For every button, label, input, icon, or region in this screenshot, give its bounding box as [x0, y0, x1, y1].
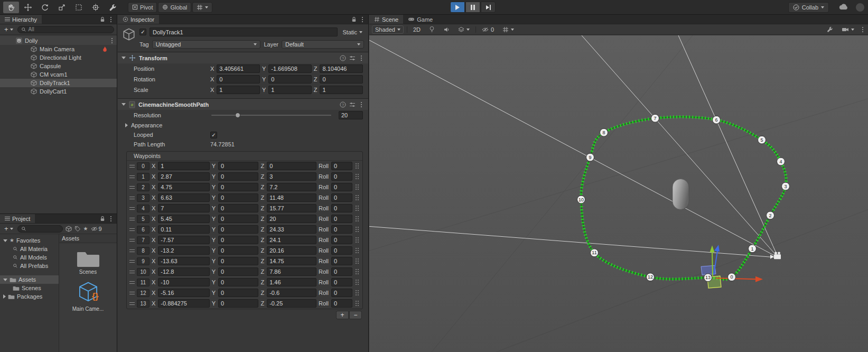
- resolution-slider[interactable]: [211, 115, 331, 116]
- effects-dropdown[interactable]: [455, 25, 472, 34]
- foldout-open-icon[interactable]: [122, 57, 126, 59]
- custom-tool-button[interactable]: [105, 2, 120, 13]
- waypoint-options-icon[interactable]: [354, 279, 360, 285]
- waypoint-options-icon[interactable]: [354, 205, 360, 211]
- waypoint-y-field[interactable]: 0: [218, 289, 258, 297]
- waypoint-z-field[interactable]: 20.16: [267, 246, 316, 255]
- slider-thumb[interactable]: [235, 113, 240, 118]
- lock-icon[interactable]: [100, 16, 105, 23]
- waypoint-y-field[interactable]: 0: [218, 267, 258, 276]
- waypoint-row[interactable]: 10 X -12.8 Y 0 Z 7.86 Roll 0: [127, 266, 362, 277]
- waypoint-options-icon[interactable]: [354, 216, 360, 222]
- waypoint-z-field[interactable]: 7.86: [267, 267, 316, 276]
- rotate-tool-button[interactable]: [37, 2, 53, 13]
- object-name-field[interactable]: DollyTrack1: [150, 27, 338, 36]
- move-tool-button[interactable]: [20, 2, 36, 13]
- waypoint-roll-field[interactable]: 0: [331, 193, 352, 202]
- remove-waypoint-button[interactable]: −: [349, 311, 362, 319]
- scale-z-field[interactable]: 1: [320, 86, 363, 94]
- waypoint-y-field[interactable]: 0: [218, 172, 258, 181]
- waypoint-x-field[interactable]: -7.57: [158, 236, 209, 244]
- drag-handle-icon[interactable]: [129, 271, 135, 273]
- waypoint-z-field[interactable]: 7.2: [267, 183, 316, 191]
- lock-icon[interactable]: [100, 216, 105, 222]
- waypoint-roll-field[interactable]: 0: [331, 246, 352, 255]
- scale-x-field[interactable]: 1: [217, 86, 260, 94]
- waypoint-row[interactable]: 3 X 6.63 Y 0 Z 11.48 Roll 0: [127, 192, 362, 203]
- assets-root[interactable]: Assets: [0, 275, 59, 284]
- waypoint-x-field[interactable]: -13.63: [158, 257, 209, 265]
- lighting-toggle-button[interactable]: [426, 25, 437, 34]
- waypoint-row[interactable]: 12 X -5.16 Y 0 Z -0.6 Roll 0: [127, 288, 362, 298]
- waypoint-roll-field[interactable]: 0: [331, 257, 352, 265]
- tab-project[interactable]: Project: [0, 214, 35, 223]
- position-x-field[interactable]: 3.405661: [217, 64, 260, 73]
- create-object-button[interactable]: +: [3, 26, 15, 33]
- create-asset-button[interactable]: +: [3, 226, 15, 232]
- waypoint-z-field[interactable]: 11.48: [267, 193, 316, 202]
- scale-y-field[interactable]: 1: [268, 86, 312, 94]
- drag-handle-icon[interactable]: [129, 165, 135, 168]
- waypoint-x-field[interactable]: 1: [158, 162, 209, 170]
- favorites-item[interactable]: All Models: [0, 253, 59, 262]
- waypoint-marker[interactable]: 5: [758, 136, 766, 144]
- scene-menu-icon[interactable]: [860, 26, 865, 33]
- drag-handle-icon[interactable]: [129, 239, 135, 242]
- waypoint-options-icon[interactable]: [354, 173, 360, 180]
- favorites-root[interactable]: ★ Favorites: [0, 236, 59, 245]
- waypoint-roll-field[interactable]: 0: [331, 183, 352, 191]
- waypoint-roll-field[interactable]: 0: [331, 278, 352, 286]
- waypoint-roll-field[interactable]: 0: [331, 236, 352, 244]
- drag-handle-icon[interactable]: [129, 228, 135, 231]
- hidden-packages-toggle[interactable]: 9: [91, 226, 102, 232]
- panel-menu-icon[interactable]: [108, 215, 114, 223]
- waypoint-y-field[interactable]: 0: [218, 193, 258, 202]
- waypoint-row[interactable]: 2 X 4.75 Y 0 Z 7.2 Roll 0: [127, 182, 362, 192]
- position-z-field[interactable]: 8.104046: [320, 64, 363, 73]
- waypoint-marker[interactable]: 3: [782, 182, 790, 190]
- account-icon[interactable]: [855, 3, 865, 12]
- waypoint-marker[interactable]: 11: [591, 249, 599, 257]
- waypoint-y-field[interactable]: 0: [218, 225, 258, 234]
- appearance-foldout[interactable]: Appearance: [118, 121, 368, 130]
- waypoint-options-icon[interactable]: [354, 194, 360, 201]
- play-button[interactable]: [450, 2, 465, 13]
- waypoint-options-icon[interactable]: [354, 184, 360, 190]
- waypoint-y-field[interactable]: 0: [218, 299, 258, 308]
- scene-viewport[interactable]: 012345678910111213: [369, 35, 868, 352]
- rotation-x-field[interactable]: 0: [217, 75, 260, 84]
- foldout-open-icon[interactable]: [3, 239, 7, 242]
- hierarchy-item[interactable]: Capsule: [0, 62, 117, 70]
- drag-handle-icon[interactable]: [129, 292, 135, 294]
- rect-tool-button[interactable]: [71, 2, 87, 13]
- waypoint-y-field[interactable]: 0: [218, 215, 258, 223]
- hierarchy-item[interactable]: CM vcam1: [0, 70, 117, 79]
- waypoint-z-field[interactable]: 24.1: [267, 236, 316, 244]
- waypoint-z-field[interactable]: 3: [267, 172, 316, 181]
- scene-root-row[interactable]: Dolly: [0, 36, 117, 45]
- capsule-object[interactable]: [673, 179, 689, 210]
- drag-handle-icon[interactable]: [129, 249, 135, 252]
- waypoint-marker[interactable]: 12: [647, 273, 655, 281]
- collab-button[interactable]: Collab: [788, 2, 829, 13]
- waypoint-marker[interactable]: 10: [577, 196, 585, 203]
- waypoint-options-icon[interactable]: [354, 226, 360, 233]
- position-y-field[interactable]: -1.669508: [268, 64, 312, 73]
- waypoint-x-field[interactable]: -10: [158, 278, 209, 286]
- hierarchy-item[interactable]: DollyTrack1: [0, 79, 117, 87]
- waypoint-row[interactable]: 8 X -13.2 Y 0 Z 20.16 Roll 0: [127, 245, 362, 256]
- waypoint-options-icon[interactable]: [354, 237, 360, 243]
- rotation-y-field[interactable]: 0: [268, 75, 312, 84]
- waypoint-roll-field[interactable]: 0: [331, 267, 352, 276]
- waypoint-row[interactable]: 6 X 0.11 Y 0 Z 24.33 Roll 0: [127, 224, 362, 235]
- waypoint-options-icon[interactable]: [354, 163, 360, 169]
- drag-handle-icon[interactable]: [129, 302, 135, 305]
- waypoint-y-field[interactable]: 0: [218, 246, 258, 255]
- drag-handle-icon[interactable]: [129, 175, 135, 178]
- tab-inspector[interactable]: Inspector: [118, 15, 159, 24]
- waypoint-marker[interactable]: 0: [728, 273, 736, 281]
- drag-handle-icon[interactable]: [129, 186, 135, 189]
- package-filter-icon[interactable]: [66, 226, 72, 232]
- global-toggle-button[interactable]: Global: [158, 2, 191, 13]
- waypoint-roll-field[interactable]: 0: [331, 289, 352, 297]
